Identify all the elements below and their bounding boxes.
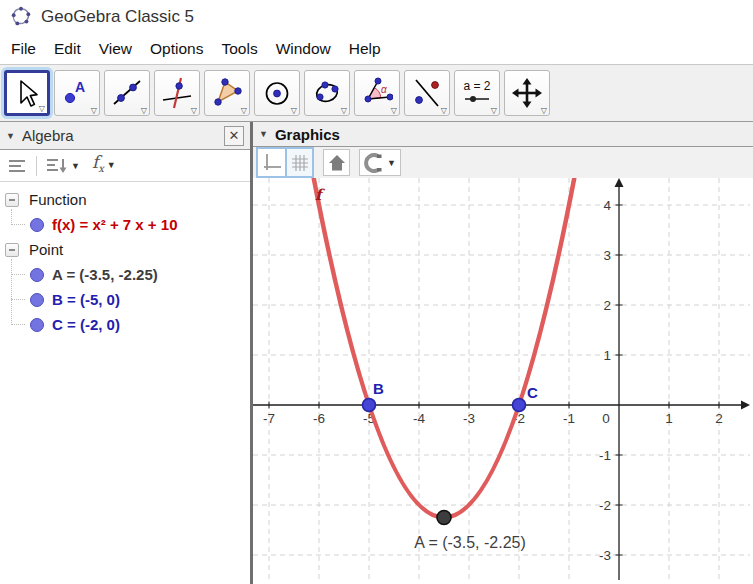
angle-tool-icon: α — [361, 77, 393, 109]
tool-conic-button[interactable]: ▽ — [304, 70, 350, 116]
circle-tool-icon — [261, 77, 293, 109]
menu-view[interactable]: View — [90, 37, 141, 61]
point-label-A: A = (-3.5, -2.25) — [414, 534, 526, 551]
svg-text:a = 2: a = 2 — [463, 79, 490, 93]
menu-file[interactable]: File — [2, 37, 45, 61]
axes-icon — [262, 153, 282, 173]
algebra-item-text: C = (-2, 0) — [52, 316, 120, 333]
visibility-marble[interactable] — [30, 318, 44, 332]
toggle-axes-button[interactable] — [258, 149, 285, 176]
algebra-group-point: Point A = (-3.5, -2.25) B = (-5, 0) — [0, 237, 250, 337]
algebra-view: ▼ Algebra ✕ — [0, 122, 253, 584]
line-tool-icon — [111, 77, 143, 109]
axis-ticks — [269, 205, 719, 555]
algebra-item-text: B = (-5, 0) — [52, 291, 120, 308]
chevron-down-icon: ▼ — [71, 161, 80, 171]
tool-dropdown-caret: ▽ — [291, 107, 297, 115]
svg-text:α: α — [381, 84, 387, 95]
svg-text:1: 1 — [603, 348, 611, 363]
svg-text:-1: -1 — [563, 411, 575, 426]
sort-icon — [46, 156, 68, 176]
menu-help[interactable]: Help — [340, 37, 390, 61]
collapse-function-group-button[interactable] — [5, 193, 19, 207]
point-B[interactable] — [363, 399, 376, 412]
algebra-item-point-a[interactable]: A = (-3.5, -2.25) — [0, 262, 250, 287]
tool-perpendicular-line-button[interactable]: ▽ — [154, 70, 200, 116]
geogebra-window: GeoGebra Classic 5 File Edit View Option… — [0, 0, 753, 584]
auxiliary-objects-icon — [7, 156, 27, 176]
svg-text:0: 0 — [602, 411, 610, 426]
point-capturing-button[interactable]: ▼ — [359, 149, 401, 176]
tool-line-button[interactable]: ▽ — [104, 70, 150, 116]
svg-text:-1: -1 — [599, 448, 611, 463]
chevron-down-icon: ▼ — [387, 158, 396, 168]
menu-options[interactable]: Options — [141, 37, 212, 61]
magnet-icon — [364, 153, 384, 173]
visibility-marble[interactable] — [30, 268, 44, 282]
group-label-function: Function — [29, 191, 87, 208]
tool-dropdown-caret: ▽ — [541, 107, 547, 115]
svg-text:-4: -4 — [413, 411, 425, 426]
algebra-collapse-caret-icon[interactable]: ▼ — [6, 131, 15, 141]
svg-text:-3: -3 — [463, 411, 475, 426]
axis-tick-labels: -7-6-5-4-3-2-10124321-1-2-3 — [263, 198, 723, 563]
algebra-item-point-c[interactable]: C = (-2, 0) — [0, 312, 250, 337]
tool-dropdown-caret: ▽ — [241, 107, 247, 115]
graphics-view: ▼ Graphics — [253, 122, 753, 584]
algebra-item-function-f[interactable]: f(x) = x² + 7 x + 10 — [0, 212, 250, 237]
svg-text:2: 2 — [715, 411, 723, 426]
auxiliary-objects-button[interactable] — [4, 154, 30, 178]
chevron-down-icon: ▼ — [107, 160, 116, 170]
tool-angle-button[interactable]: α ▽ — [354, 70, 400, 116]
svg-text:1: 1 — [665, 411, 673, 426]
tool-dropdown-caret: ▽ — [441, 107, 447, 115]
graphics-title: Graphics — [275, 126, 340, 143]
x-axis-arrow-icon — [741, 401, 750, 410]
algebra-group-function: Function f(x) = x² + 7 x + 10 — [0, 187, 250, 237]
graphics-style-bar: ▼ — [253, 147, 753, 178]
tool-dropdown-caret: ▽ — [491, 107, 497, 115]
tool-point-button[interactable]: A ▽ — [54, 70, 100, 116]
tool-dropdown-caret: ▽ — [91, 107, 97, 115]
perpendicular-line-icon — [161, 77, 193, 109]
graphics-header: ▼ Graphics — [253, 122, 753, 147]
divider — [36, 156, 37, 176]
standard-view-home-button[interactable] — [323, 149, 350, 176]
algebra-item-text: f(x) = x² + 7 x + 10 — [52, 216, 178, 233]
title-bar: GeoGebra Classic 5 — [0, 0, 753, 34]
menu-tools[interactable]: Tools — [212, 37, 266, 61]
point-C[interactable] — [513, 399, 526, 412]
plot-points — [363, 399, 526, 525]
tool-circle-with-center-button[interactable]: ▽ — [254, 70, 300, 116]
parabola-curve[interactable] — [314, 178, 575, 518]
svg-text:4: 4 — [603, 198, 611, 213]
visibility-marble[interactable] — [30, 293, 44, 307]
toggle-grid-button[interactable] — [285, 149, 312, 176]
conic-tool-icon — [311, 77, 343, 109]
tool-move-graphics-view-button[interactable]: ▽ — [504, 70, 550, 116]
algebra-title: Algebra — [22, 127, 74, 144]
tool-move-button[interactable]: ▽ — [4, 70, 50, 116]
algebra-descriptions-button[interactable]: fx ▼ — [89, 152, 119, 179]
collapse-point-group-button[interactable] — [5, 243, 19, 257]
menu-window[interactable]: Window — [267, 37, 340, 61]
svg-text:-6: -6 — [313, 411, 325, 426]
point-tool-icon: A — [61, 77, 93, 109]
tool-dropdown-caret: ▽ — [39, 105, 45, 113]
fx-icon: fx — [92, 154, 104, 177]
graphics-canvas[interactable]: -7-6-5-4-3-2-10124321-1-2-3 f A = (-3.5,… — [253, 178, 753, 584]
point-A[interactable] — [437, 511, 451, 525]
visibility-marble[interactable] — [30, 218, 44, 232]
plot-svg: -7-6-5-4-3-2-10124321-1-2-3 f A = (-3.5,… — [253, 178, 750, 580]
algebra-item-point-b[interactable]: B = (-5, 0) — [0, 287, 250, 312]
menu-edit[interactable]: Edit — [45, 37, 90, 61]
sort-objects-button[interactable]: ▼ — [43, 154, 83, 178]
tool-reflect-button[interactable]: ▽ — [404, 70, 450, 116]
tool-slider-button[interactable]: a = 2 ▽ — [454, 70, 500, 116]
tool-polygon-button[interactable]: ▽ — [204, 70, 250, 116]
axes-grid-button-group — [256, 147, 314, 178]
svg-text:-2: -2 — [599, 498, 611, 513]
graphics-collapse-caret-icon[interactable]: ▼ — [259, 129, 268, 139]
algebra-close-button[interactable]: ✕ — [224, 126, 244, 146]
reflect-tool-icon — [411, 77, 443, 109]
